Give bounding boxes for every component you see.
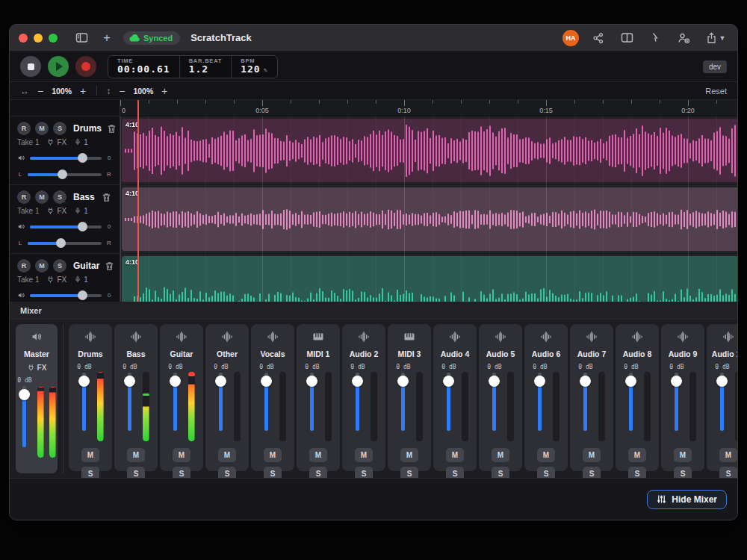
channel-solo-button[interactable]: S: [446, 467, 464, 478]
audio-clip[interactable]: 4:10: [122, 187, 737, 251]
mixer-channel-midi-3[interactable]: MIDI 30 dBMS: [388, 324, 431, 471]
delete-track-button[interactable]: [104, 261, 115, 272]
timeline-ruler[interactable]: 00:050:100:150:20: [120, 100, 737, 116]
playhead[interactable]: [137, 100, 139, 302]
mixer-channel-audio-5[interactable]: Audio 50 dBMS: [479, 324, 522, 471]
volume-slider[interactable]: [30, 222, 102, 231]
mixer-channel-other[interactable]: Other0 dBMS: [205, 324, 249, 471]
channel-fader[interactable]: [580, 373, 592, 431]
play-button[interactable]: [48, 56, 69, 77]
h-zoom-in-button[interactable]: +: [78, 86, 87, 96]
track-input-selector[interactable]: 1: [74, 207, 88, 215]
hide-mixer-button[interactable]: Hide Mixer: [647, 490, 727, 509]
fader-knob[interactable]: [625, 376, 636, 387]
channel-solo-button[interactable]: S: [674, 467, 692, 478]
mixer-channel-audio-2[interactable]: Audio 20 dBMS: [342, 324, 385, 471]
fader-knob[interactable]: [580, 376, 591, 387]
track-fx-button[interactable]: FX: [46, 207, 66, 215]
fader-knob[interactable]: [170, 376, 181, 387]
audio-clip[interactable]: 4:10: [122, 119, 737, 182]
mixer-channel-bass[interactable]: Bass0 dBMS: [114, 324, 158, 471]
bpm-display[interactable]: BPM 120✎: [231, 55, 277, 78]
track-lane-drums[interactable]: 4:10: [120, 116, 737, 185]
audio-clip[interactable]: 4:10: [122, 256, 737, 302]
channel-mute-button[interactable]: M: [492, 448, 509, 462]
stop-button[interactable]: [20, 56, 41, 77]
channel-mute-button[interactable]: M: [218, 448, 236, 462]
mixer-channel-drums[interactable]: Drums0 dBMS: [69, 324, 112, 471]
channel-mute-button[interactable]: M: [309, 448, 327, 462]
channel-mute-button[interactable]: M: [355, 448, 373, 462]
slider-knob[interactable]: [78, 222, 87, 231]
mixer-channel-vocals[interactable]: Vocals0 dBMS: [251, 324, 294, 471]
cursor-tool-icon[interactable]: [646, 29, 664, 47]
fader-knob[interactable]: [352, 376, 363, 387]
zoom-window-button[interactable]: [49, 34, 58, 43]
sidebar-toggle-icon[interactable]: [72, 29, 90, 47]
channel-solo-button[interactable]: S: [583, 467, 601, 478]
channel-fader[interactable]: [261, 373, 273, 431]
h-zoom-out-button[interactable]: −: [36, 86, 45, 96]
avatar[interactable]: HA: [562, 30, 579, 46]
slider-knob[interactable]: [78, 290, 87, 300]
channel-fader[interactable]: [170, 373, 182, 431]
split-view-icon[interactable]: [618, 29, 636, 47]
channel-mute-button[interactable]: M: [173, 448, 190, 462]
channel-solo-button[interactable]: S: [537, 467, 555, 478]
channel-fader[interactable]: [489, 373, 500, 431]
synced-badge[interactable]: Synced: [123, 31, 180, 45]
channel-fader[interactable]: [443, 373, 455, 431]
solo-button[interactable]: S: [53, 122, 66, 135]
minimize-window-button[interactable]: [34, 34, 43, 43]
slider-knob[interactable]: [58, 169, 67, 179]
channel-solo-button[interactable]: S: [309, 467, 327, 478]
record-arm-button[interactable]: R: [17, 190, 31, 204]
channel-mute-button[interactable]: M: [264, 448, 282, 462]
channel-fader[interactable]: [352, 373, 364, 431]
track-input-selector[interactable]: 1: [74, 276, 88, 284]
solo-button[interactable]: S: [53, 259, 66, 273]
share-nodes-icon[interactable]: [589, 29, 607, 47]
fader-knob[interactable]: [534, 376, 545, 387]
channel-solo-button[interactable]: S: [355, 467, 373, 478]
delete-track-button[interactable]: [101, 192, 112, 203]
mixer-channel-guitar[interactable]: Guitar0 dBMS: [160, 324, 203, 471]
channel-mute-button[interactable]: M: [719, 448, 737, 462]
channel-solo-button[interactable]: S: [400, 467, 418, 478]
mixer-channel-midi-1[interactable]: MIDI 10 dBMS: [297, 324, 340, 471]
channel-mute-button[interactable]: M: [400, 448, 418, 462]
fader-knob[interactable]: [306, 376, 317, 387]
channel-fader[interactable]: [215, 373, 227, 431]
pan-slider[interactable]: [28, 238, 102, 248]
channel-fader[interactable]: [397, 373, 409, 431]
channel-solo-button[interactable]: S: [173, 467, 190, 478]
mixer-channel-audio-7[interactable]: Audio 70 dBMS: [570, 324, 613, 471]
record-arm-button[interactable]: R: [17, 259, 31, 273]
pan-slider[interactable]: [28, 169, 102, 179]
channel-fader[interactable]: [625, 373, 637, 431]
volume-slider[interactable]: [30, 290, 102, 300]
solo-button[interactable]: S: [53, 190, 66, 204]
record-button[interactable]: [75, 56, 96, 77]
channel-fader[interactable]: [124, 373, 136, 431]
mixer-channel-audio-6[interactable]: Audio 60 dBMS: [524, 324, 568, 471]
fader-knob[interactable]: [124, 376, 135, 387]
mute-button[interactable]: M: [35, 190, 49, 204]
fader-knob[interactable]: [443, 376, 454, 387]
zoom-reset-button[interactable]: Reset: [705, 87, 727, 96]
volume-slider[interactable]: [30, 153, 102, 163]
channel-mute-button[interactable]: M: [446, 448, 464, 462]
track-lane-bass[interactable]: 4:10: [120, 185, 737, 254]
channel-fader[interactable]: [78, 373, 90, 431]
record-arm-button[interactable]: R: [17, 122, 31, 135]
channel-fader[interactable]: [306, 373, 318, 431]
master-strip[interactable]: MasterFX0 dB: [16, 324, 58, 473]
channel-mute-button[interactable]: M: [628, 448, 646, 462]
fader-knob[interactable]: [19, 389, 30, 400]
channel-fader[interactable]: [534, 373, 546, 431]
delete-track-button[interactable]: [106, 123, 117, 134]
new-track-button[interactable]: +: [98, 29, 116, 47]
channel-solo-button[interactable]: S: [127, 467, 145, 478]
fader-knob[interactable]: [489, 376, 500, 387]
export-menu-button[interactable]: ▼: [703, 29, 728, 47]
